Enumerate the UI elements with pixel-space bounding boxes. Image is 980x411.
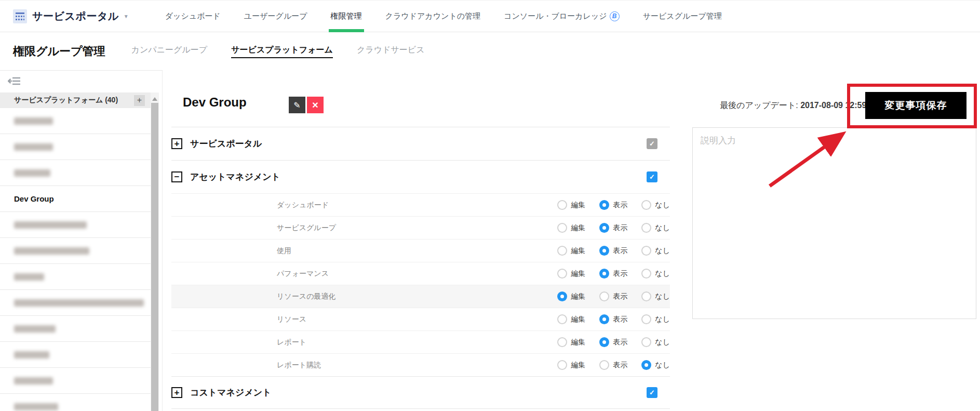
radio-label: 編集 — [571, 292, 585, 301]
radio-option-view[interactable]: 表示 — [599, 360, 627, 370]
radio-option-view[interactable]: 表示 — [599, 246, 627, 256]
delete-group-button[interactable]: ✕ — [307, 97, 324, 113]
sidebar-item[interactable] — [0, 108, 151, 134]
sidebar-item[interactable] — [0, 264, 151, 290]
radio-label: 編集 — [571, 315, 585, 324]
header-divider — [0, 70, 163, 71]
edit-group-button[interactable]: ✎ — [289, 97, 305, 113]
nav-item[interactable]: コンソール・ブローカレッジB — [504, 0, 620, 32]
radio-edit-icon[interactable] — [557, 314, 567, 324]
sidebar-item[interactable] — [0, 134, 151, 160]
permission-label: レポート購読 — [277, 361, 321, 370]
radio-option-edit[interactable]: 編集 — [557, 200, 585, 210]
radio-view-icon[interactable] — [599, 223, 609, 233]
radio-none-icon[interactable] — [641, 200, 651, 210]
logo-title[interactable]: サービスポータル — [32, 9, 119, 23]
radio-edit-icon[interactable] — [557, 269, 567, 279]
check-icon: ✓ — [649, 389, 655, 396]
radio-view-icon[interactable] — [599, 337, 609, 347]
radio-option-none[interactable]: なし — [641, 360, 670, 370]
radio-none-icon[interactable] — [641, 246, 651, 256]
radio-option-edit[interactable]: 編集 — [557, 337, 585, 347]
radio-option-edit[interactable]: 編集 — [557, 269, 585, 279]
tab[interactable]: サービスプラットフォーム — [231, 45, 333, 58]
radio-view-icon[interactable] — [599, 314, 609, 324]
radio-option-edit[interactable]: 編集 — [557, 291, 585, 301]
nav-item[interactable]: 権限管理 — [331, 0, 362, 32]
sidebar-header-label: サービスプラットフォーム (40) — [14, 96, 118, 105]
radio-option-edit[interactable]: 編集 — [557, 314, 585, 324]
chevron-down-icon[interactable]: ▼ — [124, 14, 129, 19]
radio-option-view[interactable]: 表示 — [599, 314, 627, 324]
radio-none-icon[interactable] — [641, 291, 651, 301]
add-group-button[interactable]: + — [134, 95, 145, 106]
radio-none-icon[interactable] — [641, 337, 651, 347]
radio-view-icon[interactable] — [599, 200, 609, 210]
radio-option-edit[interactable]: 編集 — [557, 246, 585, 256]
sidebar-item[interactable] — [0, 160, 151, 186]
sidebar-item[interactable] — [0, 290, 151, 316]
nav-item[interactable]: クラウドアカウントの管理 — [385, 0, 481, 32]
radio-edit-icon[interactable] — [557, 200, 567, 210]
radio-edit-icon[interactable] — [557, 291, 567, 301]
nav-item[interactable]: ダッシュボード — [165, 0, 221, 32]
radio-none-icon[interactable] — [641, 360, 651, 370]
radio-view-icon[interactable] — [599, 360, 609, 370]
section-checkbox[interactable]: ✓ — [647, 171, 657, 182]
blurred-group-name — [14, 247, 89, 255]
radio-edit-icon[interactable] — [557, 337, 567, 347]
radio-edit-icon[interactable] — [557, 246, 567, 256]
collapse-sidebar-icon[interactable] — [8, 76, 21, 86]
radio-option-none[interactable]: なし — [641, 314, 670, 324]
radio-option-view[interactable]: 表示 — [599, 200, 627, 210]
radio-option-none[interactable]: なし — [641, 291, 670, 301]
collapse-section-icon[interactable]: − — [171, 171, 182, 182]
radio-view-icon[interactable] — [599, 269, 609, 279]
radio-option-none[interactable]: なし — [641, 223, 670, 233]
section-checkbox[interactable]: ✓ — [647, 387, 657, 398]
radio-none-icon[interactable] — [641, 314, 651, 324]
sidebar-header: サービスプラットフォーム (40) + — [0, 92, 151, 108]
radio-view-icon[interactable] — [599, 246, 609, 256]
blurred-group-name — [14, 325, 56, 333]
radio-option-view[interactable]: 表示 — [599, 223, 627, 233]
radio-option-view[interactable]: 表示 — [599, 337, 627, 347]
description-input[interactable] — [692, 127, 976, 319]
tab[interactable]: カンパニーグループ — [131, 45, 208, 58]
expand-section-icon[interactable]: + — [171, 387, 182, 398]
radio-option-edit[interactable]: 編集 — [557, 360, 585, 370]
tab[interactable]: クラウドサービス — [357, 45, 425, 58]
radio-option-none[interactable]: なし — [641, 337, 670, 347]
radio-option-view[interactable]: 表示 — [599, 291, 627, 301]
section-checkbox[interactable]: ✓ — [647, 138, 657, 149]
scroll-up-icon[interactable] — [152, 97, 157, 101]
nav-item[interactable]: サービスグループ管理 — [643, 0, 722, 32]
sidebar-item[interactable] — [0, 394, 151, 411]
sidebar-item[interactable]: Dev Group — [0, 186, 151, 212]
sidebar-item[interactable] — [0, 342, 151, 368]
sidebar-item[interactable] — [0, 316, 151, 342]
expand-section-icon[interactable]: + — [171, 138, 182, 149]
sidebar-item[interactable] — [0, 212, 151, 238]
radio-view-icon[interactable] — [599, 291, 609, 301]
sidebar-item[interactable] — [0, 368, 151, 394]
scrollbar-thumb[interactable] — [151, 103, 158, 411]
save-changes-button[interactable]: 変更事項保存 — [865, 92, 966, 119]
radio-option-none[interactable]: なし — [641, 200, 670, 210]
radio-option-none[interactable]: なし — [641, 246, 670, 256]
section-row: +サービスポータル✓ — [171, 127, 670, 160]
radio-edit-icon[interactable] — [557, 360, 567, 370]
radio-label: 編集 — [571, 246, 585, 256]
radio-option-edit[interactable]: 編集 — [557, 223, 585, 233]
radio-edit-icon[interactable] — [557, 223, 567, 233]
radio-none-icon[interactable] — [641, 269, 651, 279]
sidebar-item[interactable] — [0, 238, 151, 264]
radio-option-none[interactable]: なし — [641, 269, 670, 279]
nav-item[interactable]: ユーザーグループ — [244, 0, 307, 32]
nav-item-label: クラウドアカウントの管理 — [385, 11, 481, 21]
radio-option-view[interactable]: 表示 — [599, 269, 627, 279]
permission-row: サービスグループ編集表示なし — [171, 216, 670, 239]
check-icon: ✓ — [649, 173, 655, 181]
radio-label: なし — [655, 269, 670, 279]
radio-none-icon[interactable] — [641, 223, 651, 233]
